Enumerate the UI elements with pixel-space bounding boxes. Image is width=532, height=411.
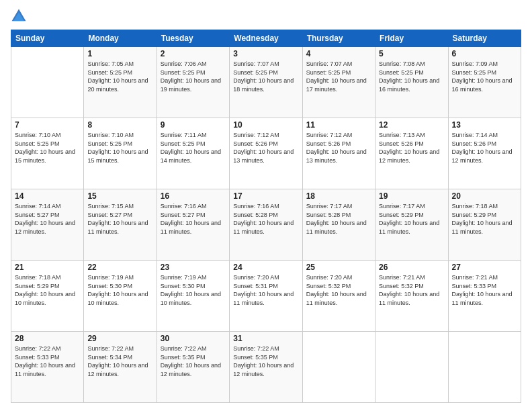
calendar-week-4: 21Sunrise: 7:18 AMSunset: 5:29 PMDayligh… [11, 261, 521, 332]
calendar-cell [302, 332, 375, 403]
calendar-cell: 4Sunrise: 7:07 AMSunset: 5:25 PMDaylight… [302, 47, 375, 118]
day-info: Sunrise: 7:17 AMSunset: 5:29 PMDaylight:… [379, 202, 444, 236]
calendar-cell: 11Sunrise: 7:12 AMSunset: 5:26 PMDayligh… [302, 118, 375, 189]
page-header [11, 8, 521, 24]
day-number: 8 [87, 120, 152, 130]
calendar-week-1: 1Sunrise: 7:05 AMSunset: 5:25 PMDaylight… [11, 47, 521, 118]
day-number: 16 [161, 191, 226, 201]
day-number: 27 [452, 263, 517, 272]
calendar-cell: 20Sunrise: 7:18 AMSunset: 5:29 PMDayligh… [448, 189, 521, 261]
day-info: Sunrise: 7:16 AMSunset: 5:28 PMDaylight:… [233, 202, 298, 236]
day-number: 10 [233, 120, 298, 130]
day-number: 26 [379, 263, 444, 272]
calendar-week-3: 14Sunrise: 7:14 AMSunset: 5:27 PMDayligh… [11, 189, 521, 261]
calendar-cell: 23Sunrise: 7:19 AMSunset: 5:30 PMDayligh… [157, 261, 229, 332]
day-info: Sunrise: 7:22 AMSunset: 5:34 PMDaylight:… [87, 345, 152, 378]
day-info: Sunrise: 7:22 AMSunset: 5:35 PMDaylight:… [233, 345, 298, 378]
calendar-cell: 25Sunrise: 7:20 AMSunset: 5:32 PMDayligh… [302, 261, 375, 332]
day-info: Sunrise: 7:15 AMSunset: 5:27 PMDaylight:… [87, 202, 152, 236]
calendar-cell: 6Sunrise: 7:09 AMSunset: 5:25 PMDaylight… [448, 47, 521, 118]
day-number: 22 [87, 263, 152, 272]
day-info: Sunrise: 7:10 AMSunset: 5:25 PMDaylight:… [87, 131, 152, 165]
calendar-cell: 24Sunrise: 7:20 AMSunset: 5:31 PMDayligh… [230, 261, 302, 332]
calendar-cell: 1Sunrise: 7:05 AMSunset: 5:25 PMDaylight… [84, 47, 157, 118]
day-number: 17 [233, 191, 298, 201]
day-info: Sunrise: 7:06 AMSunset: 5:25 PMDaylight:… [161, 60, 226, 93]
day-info: Sunrise: 7:21 AMSunset: 5:33 PMDaylight:… [452, 273, 517, 307]
day-number: 28 [15, 334, 80, 343]
calendar-cell: 14Sunrise: 7:14 AMSunset: 5:27 PMDayligh… [11, 189, 84, 261]
calendar-week-5: 28Sunrise: 7:22 AMSunset: 5:33 PMDayligh… [11, 332, 521, 403]
day-number: 24 [233, 263, 298, 272]
calendar-cell: 26Sunrise: 7:21 AMSunset: 5:32 PMDayligh… [375, 261, 448, 332]
day-number: 5 [379, 49, 444, 58]
day-info: Sunrise: 7:10 AMSunset: 5:25 PMDaylight:… [15, 131, 80, 165]
calendar-cell: 3Sunrise: 7:07 AMSunset: 5:25 PMDaylight… [230, 47, 302, 118]
calendar-cell: 18Sunrise: 7:17 AMSunset: 5:28 PMDayligh… [302, 189, 375, 261]
day-number: 9 [161, 120, 226, 130]
calendar-cell: 9Sunrise: 7:11 AMSunset: 5:25 PMDaylight… [157, 118, 229, 189]
day-number: 1 [87, 49, 152, 58]
calendar-body: 1Sunrise: 7:05 AMSunset: 5:25 PMDaylight… [11, 47, 521, 403]
day-number: 4 [306, 49, 371, 58]
day-number: 11 [306, 120, 371, 130]
calendar-cell: 5Sunrise: 7:08 AMSunset: 5:25 PMDaylight… [375, 47, 448, 118]
day-number: 14 [15, 191, 80, 201]
day-info: Sunrise: 7:07 AMSunset: 5:25 PMDaylight:… [306, 60, 371, 93]
calendar-cell: 16Sunrise: 7:16 AMSunset: 5:27 PMDayligh… [157, 189, 229, 261]
day-number: 30 [161, 334, 226, 343]
day-number: 19 [379, 191, 444, 201]
calendar-cell: 12Sunrise: 7:13 AMSunset: 5:26 PMDayligh… [375, 118, 448, 189]
day-number: 7 [15, 120, 80, 130]
day-info: Sunrise: 7:18 AMSunset: 5:29 PMDaylight:… [452, 202, 517, 236]
day-info: Sunrise: 7:12 AMSunset: 5:26 PMDaylight:… [306, 131, 371, 165]
day-info: Sunrise: 7:22 AMSunset: 5:33 PMDaylight:… [15, 345, 80, 378]
day-info: Sunrise: 7:18 AMSunset: 5:29 PMDaylight:… [15, 273, 80, 307]
day-info: Sunrise: 7:07 AMSunset: 5:25 PMDaylight:… [233, 60, 298, 93]
page-container: SundayMondayTuesdayWednesdayThursdayFrid… [0, 0, 532, 411]
calendar-col-saturday: Saturday [448, 30, 521, 47]
calendar-col-wednesday: Wednesday [230, 30, 302, 47]
day-info: Sunrise: 7:19 AMSunset: 5:30 PMDaylight:… [161, 273, 226, 307]
calendar-cell: 29Sunrise: 7:22 AMSunset: 5:34 PMDayligh… [84, 332, 157, 403]
calendar-cell: 2Sunrise: 7:06 AMSunset: 5:25 PMDaylight… [157, 47, 229, 118]
day-number: 29 [87, 334, 152, 343]
day-number: 3 [233, 49, 298, 58]
calendar-cell: 28Sunrise: 7:22 AMSunset: 5:33 PMDayligh… [11, 332, 84, 403]
day-info: Sunrise: 7:20 AMSunset: 5:32 PMDaylight:… [306, 273, 371, 307]
logo [11, 8, 30, 24]
day-number: 2 [161, 49, 226, 58]
calendar-table: SundayMondayTuesdayWednesdayThursdayFrid… [11, 30, 521, 403]
calendar-cell: 19Sunrise: 7:17 AMSunset: 5:29 PMDayligh… [375, 189, 448, 261]
calendar-cell: 10Sunrise: 7:12 AMSunset: 5:26 PMDayligh… [230, 118, 302, 189]
logo-icon [11, 8, 27, 24]
calendar-cell: 22Sunrise: 7:19 AMSunset: 5:30 PMDayligh… [84, 261, 157, 332]
day-number: 6 [452, 49, 517, 58]
day-info: Sunrise: 7:20 AMSunset: 5:31 PMDaylight:… [233, 273, 298, 307]
day-number: 23 [161, 263, 226, 272]
calendar-cell: 30Sunrise: 7:22 AMSunset: 5:35 PMDayligh… [157, 332, 229, 403]
day-info: Sunrise: 7:14 AMSunset: 5:27 PMDaylight:… [15, 202, 80, 236]
calendar-cell: 15Sunrise: 7:15 AMSunset: 5:27 PMDayligh… [84, 189, 157, 261]
calendar-col-friday: Friday [375, 30, 448, 47]
day-number: 21 [15, 263, 80, 272]
day-info: Sunrise: 7:21 AMSunset: 5:32 PMDaylight:… [379, 273, 444, 307]
day-number: 20 [452, 191, 517, 201]
calendar-cell: 21Sunrise: 7:18 AMSunset: 5:29 PMDayligh… [11, 261, 84, 332]
calendar-cell [448, 332, 521, 403]
day-info: Sunrise: 7:14 AMSunset: 5:26 PMDaylight:… [452, 131, 517, 165]
day-number: 25 [306, 263, 371, 272]
day-number: 18 [306, 191, 371, 201]
day-info: Sunrise: 7:08 AMSunset: 5:25 PMDaylight:… [379, 60, 444, 93]
day-info: Sunrise: 7:05 AMSunset: 5:25 PMDaylight:… [87, 60, 152, 93]
day-number: 13 [452, 120, 517, 130]
calendar-header-row: SundayMondayTuesdayWednesdayThursdayFrid… [11, 30, 521, 47]
day-info: Sunrise: 7:22 AMSunset: 5:35 PMDaylight:… [161, 345, 226, 378]
calendar-cell: 13Sunrise: 7:14 AMSunset: 5:26 PMDayligh… [448, 118, 521, 189]
calendar-cell: 17Sunrise: 7:16 AMSunset: 5:28 PMDayligh… [230, 189, 302, 261]
day-number: 31 [233, 334, 298, 343]
day-info: Sunrise: 7:12 AMSunset: 5:26 PMDaylight:… [233, 131, 298, 165]
calendar-cell: 27Sunrise: 7:21 AMSunset: 5:33 PMDayligh… [448, 261, 521, 332]
calendar-col-monday: Monday [84, 30, 157, 47]
calendar-col-sunday: Sunday [11, 30, 84, 47]
